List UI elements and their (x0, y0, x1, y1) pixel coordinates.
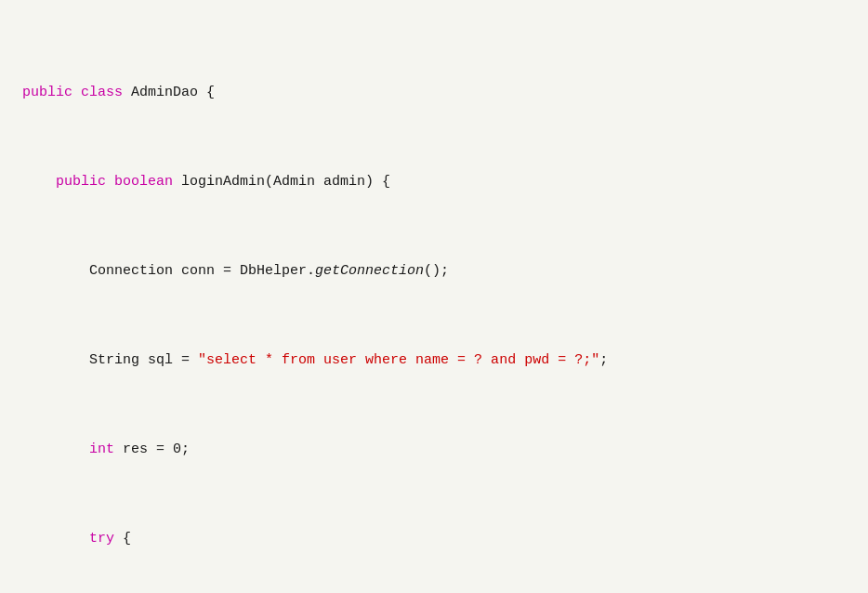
code-container: public class AdminDao { public boolean l… (0, 0, 868, 593)
code-block: public class AdminDao { public boolean l… (22, 15, 846, 593)
code-line-5: int res = 0; (22, 439, 846, 461)
code-line-3: Connection conn = DbHelper.getConnection… (22, 260, 846, 283)
code-line-6: try { (22, 528, 846, 550)
code-line-2: public boolean loginAdmin(Admin admin) { (22, 171, 846, 193)
code-line-4: String sql = "select * from user where n… (22, 349, 846, 372)
code-line-1: public class AdminDao { (22, 82, 846, 104)
